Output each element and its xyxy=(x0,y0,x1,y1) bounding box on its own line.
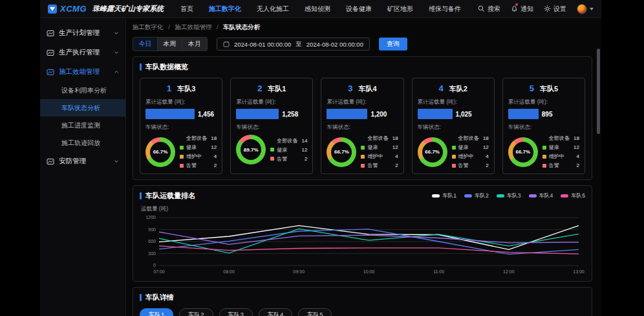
sidebar-item-progress-monitor[interactable]: 施工进度监测 xyxy=(40,117,125,134)
tab-fleet-5[interactable]: 车队5 xyxy=(298,308,332,316)
legend-row: 健康12 xyxy=(180,144,217,151)
status-label: 车辆状态: xyxy=(327,124,398,131)
legend-swatch xyxy=(361,155,365,159)
health-percentage: 66.7% xyxy=(145,137,175,167)
sidebar-group-security[interactable]: 安防管理 xyxy=(40,152,125,171)
fleet-name: 车队2 xyxy=(449,84,467,94)
chart-legend-item[interactable]: 车队1 xyxy=(432,192,456,200)
fleet-card[interactable]: 4 车队2 累计运载量 (吨): 1,025 车辆状态: 66.7% 全部设备1… xyxy=(412,78,495,174)
logo-text: XCMG xyxy=(60,4,87,14)
sidebar-item-equipment-utilization[interactable]: 设备利用率分析 xyxy=(40,82,125,99)
quick-range-month[interactable]: 本月 xyxy=(182,38,207,51)
nav-maintenance-parts[interactable]: 维保与备件 xyxy=(429,5,461,14)
fleet-card[interactable]: 1 车队3 累计运载量 (吨): 1,456 车辆状态: 66.7% 全部设备1… xyxy=(140,78,222,174)
fleet-card[interactable]: 2 车队1 累计运载量 (吨): 1,258 车辆状态: 89.7% 全部设备1… xyxy=(230,78,313,174)
notifications-button[interactable]: 通知 xyxy=(511,5,533,14)
status-legend: 全部设备18健康12维护中4告警2 xyxy=(180,135,217,169)
bell-icon xyxy=(511,5,518,12)
load-label: 累计运载量 (吨): xyxy=(145,98,217,106)
chart-legend: 车队1车队2车队3车队4车队5 xyxy=(432,192,585,200)
legend-swatch xyxy=(180,146,184,150)
legend-swatch xyxy=(452,164,456,168)
tab-fleet-4[interactable]: 车队4 xyxy=(259,308,292,316)
legend-row: 全部设备18 xyxy=(180,135,217,142)
legend-swatch xyxy=(542,164,546,168)
legend-row: 告警2 xyxy=(180,162,217,169)
legend-row: 维护中4 xyxy=(452,153,489,160)
chart-legend-item[interactable]: 车队5 xyxy=(561,192,585,200)
fleet-rank: 2 xyxy=(257,84,262,93)
legend-row: 全部设备14 xyxy=(270,137,307,144)
date-range-picker[interactable]: 2024-08-01 00:00:00 至 2024-08-02 00:00:0… xyxy=(217,38,370,51)
sidebar-item-track-replay[interactable]: 施工轨迹回放 xyxy=(40,134,125,152)
fleet-name: 车队5 xyxy=(540,84,558,94)
legend-row: 健康12 xyxy=(542,144,579,151)
menu-icon xyxy=(47,158,54,165)
fleet-load-line-chart: 0300600900120007:0008:0009:0010:0011:001… xyxy=(140,214,585,276)
legend-row: 告警2 xyxy=(361,162,398,169)
quick-range-week[interactable]: 本周 xyxy=(158,38,182,51)
nav-construction-digital[interactable]: 施工数字化 xyxy=(209,5,241,14)
status-donut-chart: 66.7% xyxy=(418,137,447,167)
date-end-value: 2024-08-02 00:00:00 xyxy=(306,41,363,48)
nav-perception[interactable]: 感知侦测 xyxy=(305,5,330,14)
calendar-icon xyxy=(223,41,230,47)
tab-fleet-2[interactable]: 车队2 xyxy=(179,308,213,316)
quick-range-today[interactable]: 今日 xyxy=(133,38,158,51)
fleet-card[interactable]: 5 车队5 累计运载量 (吨): 895 车辆状态: 66.7% 全部设备18健… xyxy=(502,78,585,174)
load-label: 累计运载量 (吨): xyxy=(508,98,579,106)
legend-swatch-empty xyxy=(542,137,546,141)
health-percentage: 89.7% xyxy=(236,135,266,164)
query-button[interactable]: 查询 xyxy=(379,38,407,51)
search-icon xyxy=(478,5,485,12)
svg-text:09:00: 09:00 xyxy=(294,269,305,274)
nav-unmanned[interactable]: 无人化施工 xyxy=(257,5,289,14)
legend-row: 告警2 xyxy=(542,162,579,169)
svg-text:07:00: 07:00 xyxy=(153,269,165,274)
health-percentage: 66.7% xyxy=(508,137,538,167)
load-bar xyxy=(145,109,195,119)
legend-row: 健康12 xyxy=(452,144,489,151)
legend-swatch xyxy=(542,155,546,159)
nav-equipment-health[interactable]: 设备健康 xyxy=(346,5,372,14)
tab-fleet-3[interactable]: 车队3 xyxy=(219,308,253,316)
status-label: 车辆状态: xyxy=(236,124,307,131)
nav-home[interactable]: 首页 xyxy=(180,5,193,14)
header-tools: 搜索 通知 xyxy=(478,4,594,14)
legend-row: 告警2 xyxy=(270,155,307,163)
fleet-overview-panel: 车队数据概览 1 车队3 累计运载量 (吨): 1,456 车辆状态: 66.7… xyxy=(133,56,592,180)
legend-swatch xyxy=(361,164,365,168)
load-bar xyxy=(236,109,279,119)
status-legend: 全部设备18健康12维护中4告警2 xyxy=(361,135,398,169)
sidebar-item-fleet-status[interactable]: 车队状态分析 xyxy=(40,99,125,117)
gear-icon xyxy=(544,5,551,12)
legend-swatch-empty xyxy=(180,137,184,141)
status-donut-chart: 66.7% xyxy=(327,137,356,167)
tab-fleet-1[interactable]: 车队1 xyxy=(140,308,173,316)
load-ranking-panel: 车队运载量排名 车队1车队2车队3车队4车队5 运载量 (吨) 03006009… xyxy=(133,185,592,282)
svg-text:1200: 1200 xyxy=(145,215,156,220)
svg-text:12:00: 12:00 xyxy=(503,269,515,274)
legend-swatch xyxy=(542,146,546,150)
fleet-card[interactable]: 3 车队4 累计运载量 (吨): 1,200 车辆状态: 66.7% 全部设备1… xyxy=(321,78,403,174)
xcmg-logo-icon xyxy=(48,5,57,14)
chart-legend-item[interactable]: 车队3 xyxy=(497,192,521,200)
content-area: 施工数字化 / 施工效能管理 / 车队状态分析 今日 本周 本月 2024-08… xyxy=(126,18,601,316)
sidebar-group-production-exec[interactable]: 生产执行管理 xyxy=(40,43,125,62)
notification-badge xyxy=(515,3,518,6)
fleet-details-title: 车队详情 xyxy=(140,293,585,302)
fleet-cards: 1 车队3 累计运载量 (吨): 1,456 车辆状态: 66.7% 全部设备1… xyxy=(140,78,585,174)
fleet-name: 车队1 xyxy=(268,84,286,94)
nav-mine-terrain[interactable]: 矿区地形 xyxy=(387,5,413,14)
user-menu[interactable] xyxy=(577,4,594,14)
load-ranking-title: 车队运载量排名 xyxy=(140,191,195,201)
chart-legend-item[interactable]: 车队2 xyxy=(464,192,489,200)
sidebar-group-construction-efficiency[interactable]: 施工效能管理 xyxy=(40,62,125,82)
fleet-tabs: 车队1 车队2 车队3 车队4 车队5 xyxy=(140,308,585,316)
chart-legend-item[interactable]: 车队4 xyxy=(529,192,553,200)
settings-button[interactable]: 设置 xyxy=(544,5,566,14)
status-donut-chart: 89.7% xyxy=(236,135,266,164)
sidebar-group-production-plan[interactable]: 生产计划管理 xyxy=(40,23,125,43)
search-button[interactable]: 搜索 xyxy=(478,5,500,14)
scrollbar[interactable] xyxy=(597,49,600,134)
